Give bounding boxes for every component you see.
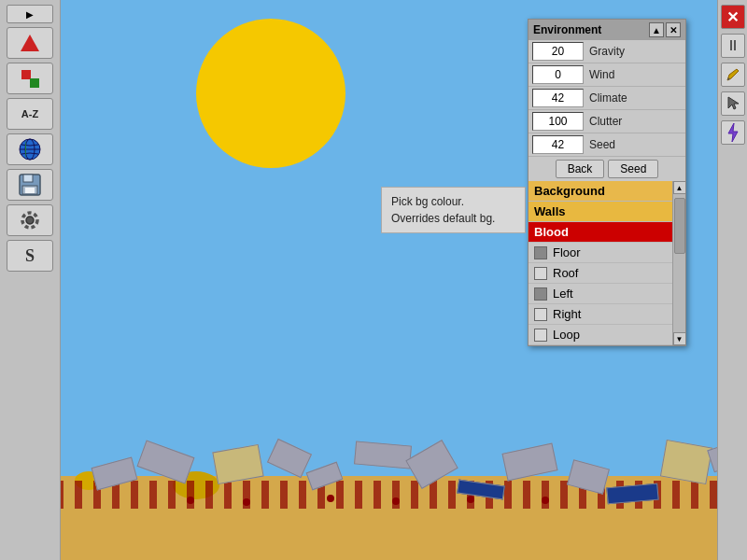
gravity-label: Gravity [589, 45, 625, 58]
climate-row: Climate [529, 87, 685, 110]
debris-gray-5 [354, 441, 412, 469]
back-button[interactable]: Back [556, 160, 605, 178]
pause-button[interactable]: ⏸ [721, 34, 745, 58]
right-label: Right [553, 307, 581, 321]
seed-row: Seed [529, 133, 685, 157]
svg-marker-0 [21, 35, 39, 51]
blood-dot-6 [542, 497, 549, 504]
triangle-tool-button[interactable] [7, 27, 53, 59]
wind-input[interactable] [532, 65, 584, 84]
sun [196, 19, 345, 168]
scroll-down-button[interactable]: ▼ [673, 332, 686, 345]
right-toolbar: ✕ ⏸ [717, 0, 747, 560]
scroll-thumb[interactable] [674, 198, 685, 254]
blood-label: Blood [534, 225, 569, 239]
left-label: Left [553, 287, 573, 301]
blood-dot-1 [187, 497, 194, 504]
walls-item[interactable]: Walls [529, 202, 672, 222]
env-list-wrapper: Background Walls Blood Floor Roof Left [529, 181, 685, 345]
gravity-row: Gravity [529, 40, 685, 63]
roof-label: Roof [553, 266, 578, 280]
blood-dot-3 [327, 495, 334, 502]
score-tool-button[interactable]: S [7, 240, 53, 272]
floor-label: Floor [553, 245, 581, 259]
clutter-input[interactable] [532, 112, 584, 131]
wind-label: Wind [589, 68, 614, 81]
svg-rect-1 [21, 70, 31, 79]
loop-item[interactable]: Loop [529, 325, 672, 345]
gravity-input[interactable] [532, 42, 584, 61]
clutter-row: Clutter [529, 110, 685, 133]
background-label: Background [534, 184, 605, 198]
svg-marker-15 [728, 123, 738, 142]
svg-marker-14 [728, 97, 739, 109]
save-tool-button[interactable] [7, 169, 53, 201]
loop-checkbox[interactable] [534, 329, 547, 342]
seed-label: Seed [589, 138, 615, 151]
right-checkbox[interactable] [534, 308, 547, 321]
floor-item[interactable]: Floor [529, 243, 672, 263]
blood-dot-5 [467, 496, 474, 503]
env-minimize-button[interactable]: ▲ [649, 22, 664, 37]
blood-dot-2 [243, 498, 250, 506]
background-item[interactable]: Background [529, 181, 672, 202]
wind-row: Wind [529, 63, 685, 87]
walls-label: Walls [534, 204, 565, 218]
settings-tool-button[interactable] [7, 204, 53, 236]
svg-point-10 [26, 217, 34, 224]
env-panel-header: Environment ▲ ✕ [529, 20, 685, 40]
tooltip: Pick bg colour. Overrides default bg. [381, 187, 526, 233]
svg-rect-9 [25, 188, 35, 193]
debris-tan-2 [660, 440, 712, 484]
roof-item[interactable]: Roof [529, 263, 672, 284]
env-close-button[interactable]: ✕ [666, 22, 681, 37]
lightning-button[interactable] [721, 120, 745, 145]
env-scrollbar: ▲ ▼ [672, 181, 685, 345]
roof-checkbox[interactable] [534, 267, 547, 280]
expand-button[interactable]: ▶ [7, 5, 53, 23]
text-tool-button[interactable]: A-Z [7, 98, 53, 130]
environment-panel: Environment ▲ ✕ Gravity Wind Climate Clu… [528, 19, 686, 346]
env-panel-title: Environment [533, 23, 601, 36]
shape-tool-button[interactable] [7, 63, 53, 94]
back-seed-row: Back Seed [529, 157, 685, 181]
seed-button[interactable]: Seed [608, 160, 658, 178]
scroll-up-button[interactable]: ▲ [673, 181, 686, 194]
pencil-button[interactable] [721, 63, 745, 87]
climate-input[interactable] [532, 89, 584, 107]
climate-label: Climate [589, 91, 627, 105]
blood-item[interactable]: Blood [529, 222, 672, 243]
clutter-label: Clutter [589, 115, 622, 128]
env-header-buttons: ▲ ✕ [649, 22, 681, 37]
svg-rect-7 [23, 175, 33, 182]
loop-label: Loop [553, 328, 580, 342]
left-checkbox[interactable] [534, 287, 547, 301]
env-list: Background Walls Blood Floor Roof Left [529, 181, 672, 345]
seed-input[interactable] [532, 135, 584, 154]
left-item[interactable]: Left [529, 284, 672, 304]
blood-dot-4 [392, 497, 400, 505]
cursor-button[interactable] [721, 91, 745, 116]
floor-checkbox[interactable] [534, 246, 547, 259]
right-item[interactable]: Right [529, 304, 672, 325]
left-sidebar: ▶ A-Z [0, 0, 61, 560]
close-button[interactable]: ✕ [721, 5, 745, 29]
tooltip-text: Pick bg colour. Overrides default bg. [391, 195, 495, 225]
svg-rect-2 [30, 78, 39, 88]
globe-tool-button[interactable] [7, 133, 53, 165]
